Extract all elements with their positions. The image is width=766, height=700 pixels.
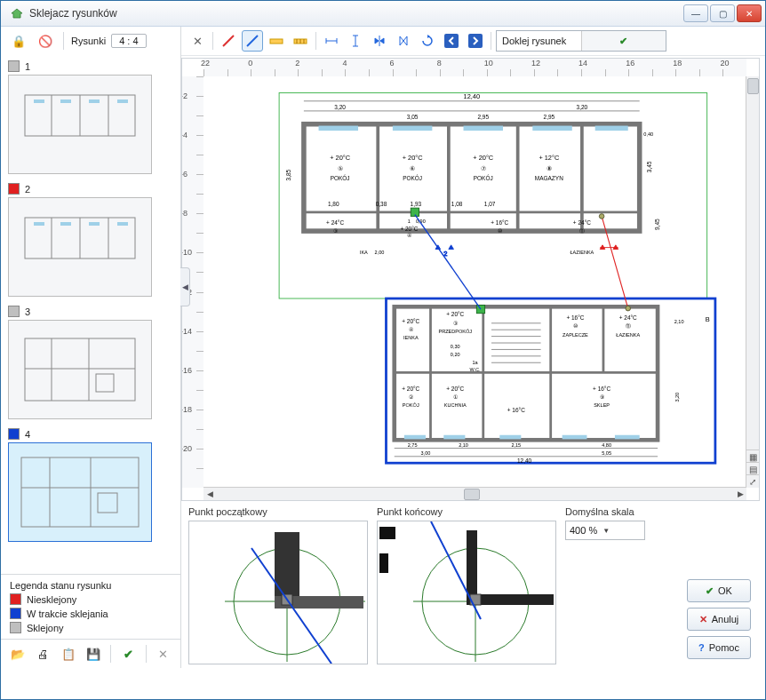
- start-point-view[interactable]: [188, 521, 368, 664]
- copy-icon[interactable]: 📋: [59, 643, 78, 664]
- scrollbar-vertical[interactable]: [746, 76, 759, 488]
- ok-button[interactable]: ✔OK: [687, 579, 751, 602]
- close-button[interactable]: ✕: [737, 4, 762, 22]
- drawing-canvas[interactable]: + 20°C ⑤ POKÓJ + 20°C ⑥ POKÓJ + 20°C ⑦ P…: [203, 76, 746, 488]
- svg-text:2,75: 2,75: [408, 442, 418, 448]
- cancel-button[interactable]: ✕Anuluj: [687, 608, 751, 631]
- svg-text:+ 16°C: + 16°C: [491, 219, 508, 226]
- thumb-label: 4: [25, 429, 30, 440]
- scroll-thumb[interactable]: [747, 78, 759, 94]
- ruler-icon[interactable]: [290, 30, 311, 52]
- svg-text:+ 20°C: + 20°C: [403, 154, 424, 162]
- nav-prev-icon[interactable]: [441, 30, 462, 52]
- scale-value: 400 %: [570, 525, 597, 536]
- collapse-handle[interactable]: ◀: [180, 267, 190, 306]
- svg-text:3,05: 3,05: [407, 114, 419, 120]
- accept-icon[interactable]: ✔: [118, 643, 138, 664]
- dim-v-icon[interactable]: [345, 30, 366, 52]
- svg-rect-139: [443, 435, 465, 440]
- thumb-label: 1: [25, 61, 30, 72]
- svg-text:2,10: 2,10: [459, 442, 468, 448]
- layers-icon[interactable]: ▤: [746, 462, 759, 475]
- nav-next-icon[interactable]: [465, 30, 486, 52]
- svg-text:W.C.: W.C.: [469, 367, 480, 372]
- status-swatch: [8, 428, 20, 440]
- cancel-tool-icon[interactable]: ✕: [187, 30, 208, 52]
- svg-rect-4: [34, 99, 44, 103]
- open-icon[interactable]: 📂: [8, 643, 28, 664]
- svg-text:⑪: ⑪: [579, 227, 585, 234]
- svg-text:1,93: 1,93: [411, 201, 422, 207]
- thumb-image: [8, 320, 152, 419]
- line-red-icon[interactable]: [218, 30, 239, 52]
- thumb-1[interactable]: 1: [8, 60, 173, 174]
- right-panel: ✕ Doklej rysunek ✔: [181, 27, 765, 668]
- end-point-view[interactable]: [377, 521, 556, 664]
- zoom-fit-icon[interactable]: ⤢: [746, 474, 759, 488]
- maximize-button[interactable]: ▢: [710, 4, 735, 22]
- svg-text:5,05: 5,05: [602, 450, 611, 456]
- drawings-counter: 4 : 4: [111, 34, 146, 48]
- command-go-icon[interactable]: ✔: [581, 31, 666, 51]
- svg-text:PRZEDPOKÓJ: PRZEDPOKÓJ: [438, 329, 472, 334]
- help-button[interactable]: ?Pomoc: [687, 636, 751, 659]
- minimize-button[interactable]: —: [683, 4, 708, 22]
- unlock-icon[interactable]: 🚫: [35, 30, 56, 52]
- level-icon[interactable]: [266, 30, 287, 52]
- ruler-horizontal: 2202468101214161820: [203, 59, 746, 77]
- svg-text:POKÓJ: POKÓJ: [331, 174, 350, 181]
- svg-rect-170: [467, 530, 477, 598]
- scale-select[interactable]: 400 % ▼: [565, 521, 645, 540]
- flip-h-icon[interactable]: [369, 30, 390, 52]
- svg-rect-140: [499, 435, 521, 440]
- thumb-3[interactable]: 3: [8, 306, 173, 419]
- dim-h-icon[interactable]: [321, 30, 342, 52]
- command-field[interactable]: Doklej rysunek ✔: [496, 30, 666, 52]
- legend-swatch-gray: [10, 622, 21, 633]
- svg-text:3,85: 3,85: [285, 169, 291, 180]
- status-swatch: [8, 183, 20, 195]
- svg-text:⑩: ⑩: [498, 227, 502, 234]
- scrollbar-horizontal[interactable]: ◀ ▶: [203, 487, 746, 500]
- svg-rect-48: [393, 126, 432, 131]
- svg-rect-172: [379, 527, 395, 539]
- print-icon[interactable]: 🖨: [33, 643, 52, 664]
- svg-rect-28: [270, 39, 283, 44]
- svg-text:③: ③: [453, 320, 458, 326]
- svg-text:④: ④: [407, 232, 411, 238]
- svg-text:+ 20°C: + 20°C: [446, 311, 464, 317]
- svg-text:1a: 1a: [472, 360, 478, 365]
- rotate-icon[interactable]: [417, 30, 438, 52]
- scroll-left-icon[interactable]: ◀: [203, 488, 216, 500]
- svg-rect-16: [25, 338, 135, 401]
- svg-text:SKLEP: SKLEP: [594, 402, 610, 408]
- scroll-thumb[interactable]: [464, 489, 480, 500]
- svg-text:1,08: 1,08: [451, 201, 463, 207]
- svg-rect-20: [96, 374, 114, 392]
- svg-line-27: [247, 36, 258, 46]
- status-swatch: [8, 306, 20, 317]
- svg-text:+ 20°C: + 20°C: [400, 226, 418, 232]
- svg-text:3,45: 3,45: [646, 161, 652, 172]
- line-blue-icon[interactable]: [242, 30, 263, 52]
- svg-text:3,20: 3,20: [334, 104, 346, 110]
- svg-text:1,80: 1,80: [328, 201, 339, 207]
- thumb-2[interactable]: 2: [8, 183, 173, 297]
- svg-rect-21: [21, 457, 139, 527]
- svg-text:IENKA: IENKA: [403, 335, 419, 340]
- grid-icon[interactable]: ▦: [746, 449, 759, 463]
- svg-text:3,00: 3,00: [421, 450, 431, 456]
- svg-text:2,95: 2,95: [477, 114, 489, 120]
- lock-icon[interactable]: 🔒: [8, 30, 29, 52]
- svg-text:ŁAZIENKA: ŁAZIENKA: [616, 332, 640, 338]
- delete-icon[interactable]: ✕: [154, 643, 173, 664]
- scroll-right-icon[interactable]: ▶: [734, 488, 746, 500]
- save-icon[interactable]: 💾: [84, 643, 103, 664]
- svg-text:+ 16°C: + 16°C: [507, 407, 525, 413]
- thumb-4[interactable]: 4: [8, 428, 173, 542]
- svg-text:⑤: ⑤: [338, 164, 343, 172]
- mirror-icon[interactable]: [393, 30, 414, 52]
- svg-text:⑩: ⑩: [573, 322, 578, 329]
- svg-rect-7: [117, 99, 128, 103]
- svg-text:+ 16°C: + 16°C: [566, 314, 584, 321]
